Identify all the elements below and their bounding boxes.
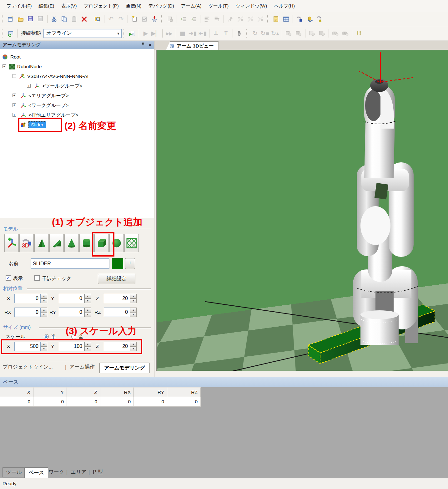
transfer-icon[interactable]	[149, 14, 159, 24]
rel-rz-spinner[interactable]: ▲▼	[130, 308, 137, 317]
step-out-icon[interactable]: ⇤▮	[198, 28, 208, 38]
size-y-spinner[interactable]: ▲▼	[84, 342, 91, 351]
play-selection-icon[interactable]: ▶▶	[164, 28, 174, 38]
tree-item-exclusive-area-group[interactable]: <排他エリアグループ>	[20, 110, 78, 120]
base-z-cell[interactable]: 0	[67, 397, 100, 407]
breakpoint-disable-icon[interactable]	[245, 14, 255, 24]
step-in-icon[interactable]: ⇥▮	[188, 28, 198, 38]
ramp-shape-button[interactable]	[49, 234, 64, 252]
viewport-3d[interactable]	[156, 50, 448, 371]
error-list-icon[interactable]: !!	[354, 28, 364, 38]
tree-expander-expand[interactable]: +	[13, 113, 16, 117]
stop-icon[interactable]: ■	[178, 28, 188, 38]
color-swatch[interactable]	[112, 258, 123, 269]
wedge-shape-button[interactable]	[34, 234, 49, 252]
base-x-cell[interactable]: 0	[0, 397, 33, 407]
step-down-icon[interactable]: ⇊	[211, 28, 221, 38]
menu-window[interactable]: ウィンドウ(W)	[232, 2, 270, 10]
tab-tool[interactable]: ツール	[3, 467, 25, 477]
menu-help[interactable]: ヘルプ(H)	[270, 2, 298, 10]
save-icon[interactable]	[36, 14, 46, 24]
new-project-icon[interactable]	[6, 14, 16, 24]
cut-icon[interactable]	[49, 14, 59, 24]
breakpoint-enable-icon[interactable]	[235, 14, 245, 24]
rel-y-spinner[interactable]: ▲▼	[84, 294, 91, 303]
menu-view[interactable]: 表示(V)	[58, 2, 80, 10]
tree-item-root[interactable]: Root	[2, 52, 21, 62]
robot-arm[interactable]	[353, 79, 418, 345]
tab-base[interactable]: ベース	[24, 467, 48, 479]
tab-arm-operation[interactable]: アーム操作	[69, 364, 95, 370]
rel-y-input[interactable]: 0	[59, 294, 84, 303]
cycle-2-icon[interactable]: ↻▪	[260, 28, 270, 38]
list-top-icon[interactable]	[202, 14, 212, 24]
validate-icon[interactable]	[139, 14, 149, 24]
object-copy-icon[interactable]	[165, 14, 175, 24]
paste-icon[interactable]	[69, 14, 79, 24]
cam-2-icon[interactable]	[340, 28, 350, 38]
save-all-icon[interactable]	[26, 14, 36, 24]
add-axis-button[interactable]	[4, 234, 19, 252]
play-to-end-icon[interactable]: ▶▏	[151, 28, 161, 38]
menu-communication[interactable]: 通信(N)	[122, 2, 145, 10]
cylinder-shape-button[interactable]	[79, 234, 94, 252]
alert-button[interactable]: !	[125, 258, 135, 269]
breakpoint-clear-icon[interactable]	[255, 14, 265, 24]
tab-arm-modeling[interactable]: アームモデリング	[99, 363, 150, 373]
log-1-icon[interactable]	[307, 28, 317, 38]
outdent-icon[interactable]	[189, 14, 199, 24]
tree-expander-collapse[interactable]: −	[3, 64, 6, 68]
timer-2-icon[interactable]	[294, 28, 304, 38]
rel-ry-spinner[interactable]: ▲▼	[84, 308, 91, 317]
sphere-shape-button[interactable]	[109, 234, 124, 252]
delete-icon[interactable]	[79, 14, 89, 24]
tab-area[interactable]: エリア	[71, 469, 87, 476]
log-2-icon[interactable]	[317, 28, 327, 38]
arm-speed-icon[interactable]	[315, 14, 325, 24]
variable-table-icon[interactable]	[281, 14, 291, 24]
cam-1-icon[interactable]	[330, 28, 340, 38]
name-input[interactable]: SLIDER	[31, 258, 109, 269]
tree-expander-expand[interactable]: +	[27, 84, 31, 88]
arm-config-icon[interactable]	[294, 14, 305, 24]
open-icon[interactable]	[16, 14, 26, 24]
tree-item-area-group[interactable]: <エリアグループ>	[20, 91, 69, 100]
menu-edit[interactable]: 編集(E)	[35, 2, 58, 10]
tab-work[interactable]: ワーク	[48, 469, 64, 476]
menu-debug[interactable]: デバッグ(D)	[145, 2, 178, 10]
base-ry-cell[interactable]: 0	[134, 397, 167, 407]
tree-item-robot[interactable]: VS087A4-AV6-NNN-NNN-AI	[19, 72, 88, 81]
rel-z-spinner[interactable]: ▲▼	[130, 294, 137, 303]
list-bottom-icon[interactable]	[212, 14, 222, 24]
pin-icon[interactable]	[141, 43, 145, 47]
rel-x-input[interactable]: 0	[14, 294, 41, 303]
size-z-spinner[interactable]: ▲▼	[130, 342, 137, 351]
size-z-input[interactable]: 20	[104, 342, 130, 351]
tree-expander-expand[interactable]: +	[13, 103, 16, 107]
copy-icon[interactable]	[59, 14, 69, 24]
base-y-cell[interactable]: 0	[33, 397, 67, 407]
tree-expander-expand[interactable]: +	[13, 94, 16, 97]
find-icon[interactable]	[93, 14, 103, 24]
cone-shape-button[interactable]	[64, 234, 79, 252]
undo-icon[interactable]: ↶	[106, 14, 116, 24]
tree-item-tool-group[interactable]: <ツールグループ>	[34, 81, 82, 91]
cycle-3-icon[interactable]: ↻▴	[270, 28, 280, 38]
run-start-icon[interactable]	[127, 28, 137, 38]
connection-status-select[interactable]: オフライン ▼	[43, 29, 122, 38]
indent-icon[interactable]	[179, 14, 189, 24]
rel-rz-input[interactable]: 0	[104, 308, 130, 317]
menu-file[interactable]: ファイル(F)	[3, 2, 35, 10]
play-icon[interactable]: ▶	[141, 28, 151, 38]
rel-rx-spinner[interactable]: ▲▼	[41, 308, 47, 317]
import-3d-button[interactable]: 3D	[19, 234, 34, 252]
size-x-input[interactable]: 500	[14, 342, 41, 351]
connect-icon[interactable]	[6, 28, 16, 38]
tree-item-robotnode[interactable]: RobotNode	[9, 62, 42, 71]
box-shape-button[interactable]	[94, 234, 109, 252]
add-item-icon[interactable]	[129, 14, 139, 24]
project-tree-icon[interactable]	[271, 14, 281, 24]
tab-p-type[interactable]: P 型	[93, 469, 103, 476]
timer-1-icon[interactable]	[284, 28, 294, 38]
rel-rx-input[interactable]: 0	[14, 308, 41, 317]
